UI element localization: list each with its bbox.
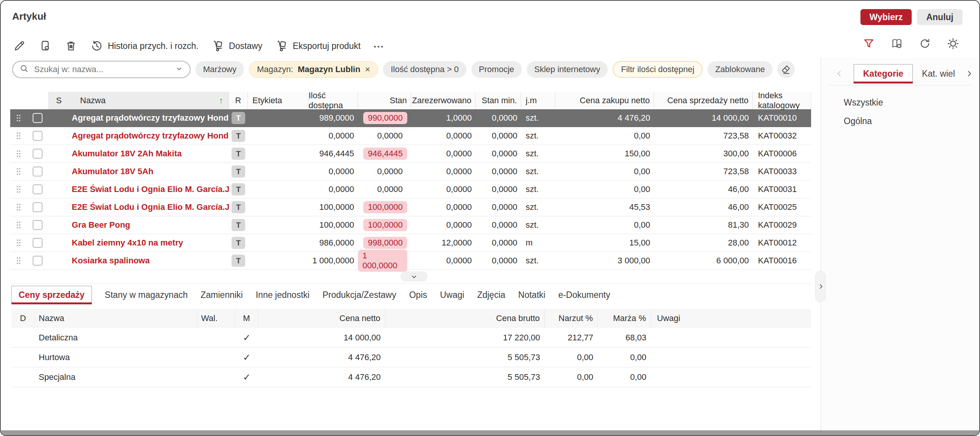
price-header-cena-brutto[interactable]: Cena brutto <box>385 309 545 328</box>
settings-gear-icon[interactable] <box>947 37 959 50</box>
detail-tab[interactable]: Notatki <box>518 290 546 300</box>
detail-tab[interactable]: e-Dokumenty <box>558 290 610 300</box>
clear-filters-button[interactable] <box>777 61 795 78</box>
header-indeks[interactable]: Indeks katalogowy <box>752 92 811 109</box>
drag-handle-icon[interactable] <box>16 167 21 176</box>
collapse-sidebar-button[interactable] <box>815 271 826 302</box>
product-name[interactable]: E2E Świat Lodu i Ognia Elio M. García.Jr… <box>72 202 229 212</box>
product-name[interactable]: Kosiarka spalinowa <box>72 256 150 266</box>
header-zarezerwowano[interactable]: Zarezerwowano <box>411 92 476 109</box>
chip-filtr-ilosci[interactable]: Filtr ilości dostępnej <box>612 61 703 78</box>
detail-tab[interactable]: Stany w magazynach <box>105 290 188 300</box>
detail-tab[interactable]: Inne jednostki <box>256 290 310 300</box>
refresh-icon[interactable] <box>918 37 931 50</box>
row-checkbox[interactable] <box>33 238 43 248</box>
header-stan[interactable]: Stan <box>358 92 411 109</box>
header-jm[interactable]: j.m <box>521 92 555 109</box>
chip-sklep-internetowy[interactable]: Sklep internetowy <box>527 61 608 78</box>
row-checkbox[interactable] <box>33 167 43 177</box>
header-cena-zakupu[interactable]: Cena zakupu netto <box>555 92 654 109</box>
price-header-nazwa[interactable]: Nazwa <box>35 309 197 328</box>
history-button[interactable]: Historia przych. i rozch. <box>90 40 199 53</box>
search-input[interactable] <box>33 64 171 75</box>
chip-marzowy[interactable]: Marżowy <box>196 61 244 78</box>
detail-tab[interactable]: Zamienniki <box>200 290 243 300</box>
row-checkbox[interactable] <box>33 113 43 123</box>
price-row[interactable]: Specjalna ✓ 4 476,20 5 505,73 0,00 0,00 <box>11 367 811 387</box>
product-card-info-icon[interactable] <box>39 40 52 53</box>
row-checkbox[interactable] <box>33 149 43 159</box>
expand-rows-button[interactable] <box>401 271 428 282</box>
table-row[interactable]: Agregat prądotwórczy trzyfazowy Honda3kW… <box>10 127 811 145</box>
chip-zablokowane[interactable]: Zablokowane <box>708 61 772 78</box>
table-row[interactable]: E2E Świat Lodu i Ognia Elio M. García.Jr… <box>10 181 811 199</box>
product-name[interactable]: Akumulator 18V 2Ah Makita <box>72 149 182 159</box>
sidebar-tabs-next-icon[interactable] <box>964 69 974 78</box>
product-name[interactable]: Kabel ziemny 4x10 na metry <box>72 238 183 248</box>
table-row[interactable]: Akumulator 18V 2Ah Makita T 946,4445 946… <box>10 145 811 163</box>
product-name[interactable]: Akumulator 18V 5Ah <box>72 167 153 177</box>
price-header-narzut[interactable]: Narzut % <box>545 309 598 328</box>
more-actions-button[interactable]: ... <box>374 38 384 54</box>
row-checkbox[interactable] <box>33 202 43 212</box>
header-nazwa[interactable]: Nazwa ↑ <box>70 92 229 109</box>
table-row[interactable]: E2E Świat Lodu i Ognia Elio M. García.Jr… <box>10 199 811 216</box>
drag-handle-icon[interactable] <box>16 132 21 140</box>
export-product-button[interactable]: Eksportuj produkt <box>275 40 361 53</box>
table-row[interactable]: Kosiarka spalinowa T 1 000,0000 1 000,00… <box>10 252 811 270</box>
detail-tab[interactable]: Zdjęcia <box>477 290 505 300</box>
price-header-marza[interactable]: Marża % <box>598 309 651 328</box>
detail-tab[interactable]: Uwagi <box>440 290 464 300</box>
drag-handle-icon[interactable] <box>16 239 21 247</box>
tab-kat-wiel[interactable]: Kat. wiel <box>922 69 955 79</box>
header-stan-min[interactable]: Stan min. <box>476 92 521 109</box>
sort-asc-icon[interactable]: ↑ <box>219 95 223 105</box>
chip-close-icon[interactable]: × <box>365 64 370 75</box>
search-box[interactable] <box>12 61 191 78</box>
price-row[interactable]: Detaliczna ✓ 14 000,00 17 220,00 212,77 … <box>11 328 811 348</box>
cancel-button[interactable]: Anuluj <box>917 9 963 25</box>
table-row[interactable]: Gra Beer Pong T 100,0000 100,0000 0,0000… <box>10 216 811 234</box>
header-cena-sprzedazy[interactable]: Cena sprzedaży netto <box>654 92 752 109</box>
row-checkbox[interactable] <box>33 131 43 141</box>
drag-handle-icon[interactable] <box>16 203 21 212</box>
sidebar-tabs-prev-icon[interactable] <box>835 69 845 78</box>
price-header-wal[interactable]: Wal. <box>197 309 235 328</box>
price-header-cena-netto[interactable]: Cena netto <box>258 309 385 328</box>
price-row[interactable]: Hurtowa ✓ 4 476,20 5 505,73 0,00 0,00 <box>11 348 811 367</box>
chip-magazyn[interactable]: Magazyn: Magazyn Lublin × <box>249 61 378 78</box>
row-checkbox[interactable] <box>33 185 43 194</box>
chip-ilosc-dostepna[interactable]: Ilość dostępna > 0 <box>383 61 466 78</box>
drag-handle-icon[interactable] <box>16 256 21 265</box>
price-header-d[interactable]: D <box>11 309 35 328</box>
price-header-uwagi[interactable]: Uwagi <box>651 309 811 328</box>
drag-handle-icon[interactable] <box>16 114 21 122</box>
edit-icon[interactable] <box>13 40 26 53</box>
price-header-m[interactable]: M <box>235 309 258 328</box>
product-name[interactable]: Agregat prądotwórczy trzyfazowy Honda 12… <box>72 113 229 123</box>
row-checkbox[interactable] <box>33 256 43 266</box>
header-s[interactable]: S <box>48 92 70 109</box>
table-row[interactable]: Agregat prądotwórczy trzyfazowy Honda 12… <box>10 109 811 127</box>
product-name[interactable]: E2E Świat Lodu i Ognia Elio M. García.Jr… <box>72 185 229 194</box>
search-scope-chevron-icon[interactable] <box>175 64 184 75</box>
detail-tab[interactable]: Opis <box>409 290 427 300</box>
header-etykieta[interactable]: Etykieta <box>248 92 309 109</box>
tab-kategorie[interactable]: Kategorie <box>854 64 913 83</box>
detail-tab[interactable]: Produkcja/Zestawy <box>323 290 396 300</box>
legend-help-icon[interactable]: ? <box>891 37 903 50</box>
deliveries-button[interactable]: Dostawy <box>212 40 262 53</box>
delete-icon[interactable] <box>65 40 78 53</box>
product-name[interactable]: Gra Beer Pong <box>72 220 130 230</box>
filter-icon[interactable] <box>862 37 875 50</box>
choose-button[interactable]: Wybierz <box>861 9 912 25</box>
table-row[interactable]: Akumulator 18V 5Ah T 0,0000 0,0000 0,000… <box>10 163 811 181</box>
category-item[interactable]: Wszystkie <box>844 93 975 112</box>
detail-tab[interactable]: Ceny sprzedaży <box>11 286 92 304</box>
row-checkbox[interactable] <box>33 220 43 230</box>
drag-handle-icon[interactable] <box>16 185 21 194</box>
product-name[interactable]: Agregat prądotwórczy trzyfazowy Honda3kW <box>72 131 229 141</box>
header-r[interactable]: R <box>229 92 248 109</box>
chip-promocje[interactable]: Promocje <box>471 61 522 78</box>
category-item[interactable]: Ogólna <box>844 112 975 130</box>
